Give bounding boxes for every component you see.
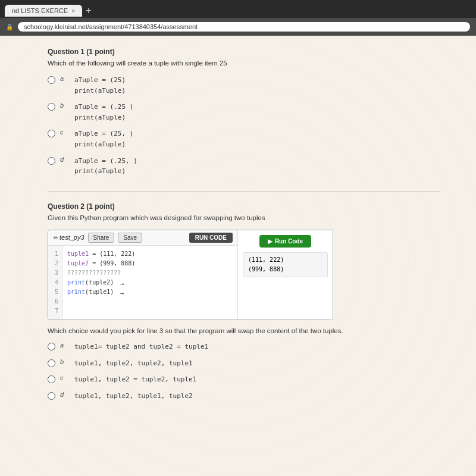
address-text: schoology.kleinisd.net/assignment/471384… [24, 23, 198, 30]
code-line-5: print(tuple1) → [67, 287, 233, 297]
radio-q2-c[interactable] [48, 375, 55, 383]
address-bar: 🔒 schoology.kleinisd.net/assignment/4713… [0, 18, 476, 36]
line-num-3: 3 [52, 268, 58, 278]
code-editor: ✏ test_py3 Share Save RUN CODE 1 2 3 4 [48, 230, 333, 320]
list-item[interactable]: c aTuple = (25, ) print(aTuple) [48, 129, 440, 149]
line-numbers: 1 2 3 4 5 6 7 [48, 246, 62, 320]
option-code-b: aTuple = (.25 ) print(aTuple) [74, 102, 133, 123]
option-label-b: b [60, 102, 70, 109]
run-code-toolbar-button[interactable]: RUN CODE [189, 233, 233, 243]
run-green-label: Run Code [275, 238, 303, 245]
option-d-line1: aTuple = (.25, ) [74, 156, 137, 167]
question-2-block: Question 2 (1 point) Given this Python p… [48, 202, 440, 402]
question-1-options: a aTuple = (25) print(aTuple) b aTuple =… [48, 75, 440, 177]
list-item[interactable]: a aTuple = (25) print(aTuple) [48, 75, 440, 96]
line-num-2: 2 [52, 259, 58, 268]
play-icon: ▶ [268, 238, 273, 245]
question-2-swap-text: Which choice would you pick for line 3 s… [48, 326, 440, 336]
line-num-4: 4 [52, 278, 58, 287]
share-button[interactable]: Share [88, 233, 115, 243]
filename-text: test_py3 [60, 234, 84, 241]
option-b-line2: print(aTuple) [74, 112, 133, 123]
list-item[interactable]: b tuple1, tuple2, tuple2, tuple1 [48, 358, 440, 369]
lock-icon: 🔒 [6, 24, 13, 30]
option-label-a: a [60, 75, 70, 82]
option-c-line2: print(aTuple) [74, 139, 133, 150]
code-line-7 [67, 306, 233, 316]
code-line-4: print(tuple2) → [67, 278, 233, 287]
question-1-block: Question 1 (1 point) Which of the follow… [48, 48, 440, 177]
radio-a[interactable] [48, 76, 55, 84]
option-code-a: aTuple = (25) print(aTuple) [74, 75, 126, 96]
page-content: Question 1 (1 point) Which of the follow… [0, 36, 476, 476]
editor-main: ✏ test_py3 Share Save RUN CODE 1 2 3 4 [48, 230, 237, 320]
radio-c[interactable] [48, 130, 55, 137]
option-label-d: d [60, 156, 70, 163]
radio-d[interactable] [48, 157, 55, 165]
list-item[interactable]: d tuple1, tuple2, tuple1, tuple2 [48, 391, 440, 402]
list-item[interactable]: b aTuple = (.25 ) print(aTuple) [48, 102, 440, 123]
new-tab-button[interactable]: + [86, 5, 91, 16]
code-line-6 [67, 297, 233, 306]
output-line-2: (999, 888) [248, 265, 322, 274]
editor-code-area: 1 2 3 4 5 6 7 tuple1 = (111, 222) tuple2… [48, 246, 237, 320]
line-num-6: 6 [52, 297, 58, 306]
output-line-1: (111, 222) [248, 255, 322, 265]
option-a-line1: aTuple = (25) [74, 75, 126, 86]
option-label-q2-c: c [60, 374, 70, 381]
option-label-c: c [60, 129, 70, 136]
output-display: (111, 222) (999, 888) [243, 252, 328, 277]
option-code-q2-b: tuple1, tuple2, tuple2, tuple1 [74, 358, 193, 369]
option-label-q2-d: d [60, 391, 70, 398]
question-2-text: Given this Python program which was desi… [48, 213, 440, 223]
code-line-2: tuple2 = (999, 888) [67, 259, 233, 268]
option-code-q2-d: tuple1, tuple2, tuple1, tuple2 [74, 391, 193, 402]
option-code-q2-c: tuple1, tuple2 = tuple2, tuple1 [74, 374, 196, 385]
option-code-q2-a: tuple1= tuple2 and tuple2 = tuple1 [74, 342, 208, 352]
editor-toolbar: ✏ test_py3 Share Save RUN CODE [48, 230, 237, 246]
save-button[interactable]: Save [118, 233, 142, 243]
list-item[interactable]: c tuple1, tuple2 = tuple2, tuple1 [48, 374, 440, 385]
section-divider [48, 191, 440, 192]
option-a-line2: print(aTuple) [74, 86, 126, 96]
tab-close-button[interactable]: × [71, 8, 75, 14]
tab-label: nd LISTS EXERCE [12, 7, 68, 14]
run-code-panel: ▶ Run Code (111, 222) (999, 888) [237, 230, 333, 320]
code-line-3: ??????????????? [67, 268, 233, 278]
active-tab[interactable]: nd LISTS EXERCE × [5, 5, 82, 17]
option-label-q2-b: b [60, 358, 70, 365]
list-item[interactable]: d aTuple = (.25, ) print(aTuple) [48, 156, 440, 177]
option-d-line2: print(aTuple) [74, 166, 137, 177]
radio-q2-d[interactable] [48, 392, 55, 400]
option-code-c: aTuple = (25, ) print(aTuple) [74, 129, 133, 149]
question-1-title: Question 1 (1 point) [48, 48, 440, 56]
radio-q2-a[interactable] [48, 343, 55, 350]
pencil-icon: ✏ [53, 234, 58, 241]
editor-filename: ✏ test_py3 [53, 234, 84, 241]
code-lines[interactable]: tuple1 = (111, 222) tuple2 = (999, 888) … [62, 246, 237, 320]
option-c-line1: aTuple = (25, ) [74, 129, 133, 139]
browser-chrome: nd LISTS EXERCE × + 🔒 schoology.kleinisd… [0, 0, 476, 36]
run-green-button[interactable]: ▶ Run Code [259, 235, 311, 248]
question-1-text: Which of the following will create a tup… [48, 58, 440, 68]
option-code-d: aTuple = (.25, ) print(aTuple) [74, 156, 137, 177]
line-num-1: 1 [52, 249, 58, 259]
line-num-5: 5 [52, 287, 58, 297]
tab-bar: nd LISTS EXERCE × + [0, 0, 476, 18]
content-area: Question 1 (1 point) Which of the follow… [0, 36, 476, 427]
question-2-title: Question 2 (1 point) [48, 202, 440, 211]
option-label-q2-a: a [60, 342, 70, 349]
code-line-1: tuple1 = (111, 222) [67, 249, 233, 259]
radio-b[interactable] [48, 103, 55, 111]
question-2-options: a tuple1= tuple2 and tuple2 = tuple1 b t… [48, 342, 440, 401]
list-item[interactable]: a tuple1= tuple2 and tuple2 = tuple1 [48, 342, 440, 352]
option-b-line1: aTuple = (.25 ) [74, 102, 133, 112]
line-num-7: 7 [52, 306, 58, 316]
radio-q2-b[interactable] [48, 359, 55, 367]
address-input[interactable]: schoology.kleinisd.net/assignment/471384… [18, 22, 470, 32]
